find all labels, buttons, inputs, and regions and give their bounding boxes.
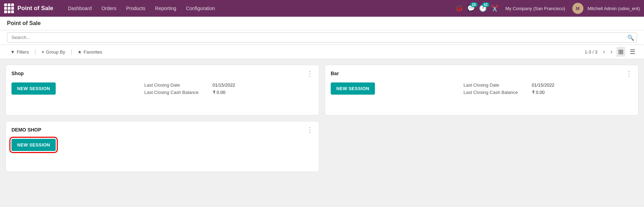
shop-card-title: Shop	[11, 71, 24, 76]
messages-badge: 26	[470, 2, 478, 7]
bar-value-2: ₹ 0.00	[532, 90, 555, 95]
shop-card-header: Shop ⋮	[11, 70, 313, 77]
kanban-view-button[interactable]: ⊞	[616, 47, 625, 57]
user-name: Mitchell Admin (odoo_ent)	[588, 6, 640, 11]
search-icon[interactable]: 🔍	[627, 34, 634, 41]
bar-card-info: Last Closing Date Last Closing Cash Bala…	[385, 82, 633, 95]
nav-orders[interactable]: Orders	[97, 3, 120, 13]
favorites-star-icon: ★	[78, 49, 82, 55]
company-name[interactable]: My Company (San Francisco)	[505, 6, 565, 11]
search-bar-row: 🔍	[0, 30, 644, 45]
search-input[interactable]	[7, 32, 637, 42]
bar-card-header: Bar ⋮	[331, 70, 633, 77]
filter-right: 1-3 / 3 ‹ › ⊞ ☰	[584, 47, 637, 57]
filter-row: ▼ Filters | ≡ Group By | ★ Favorites 1-3…	[0, 45, 644, 59]
shop-card-body: NEW SESSION Last Closing Date Last Closi…	[11, 82, 313, 110]
apps-grid-icon[interactable]	[4, 3, 14, 13]
shop-value-2: ₹ 0.00	[213, 90, 235, 95]
favorites-label: Favorites	[84, 49, 102, 55]
nav-menu: Dashboard Orders Products Reporting Conf…	[64, 3, 455, 13]
main-content: Shop ⋮ NEW SESSION Last Closing Date Las…	[0, 59, 644, 177]
filter-separator-2: |	[71, 49, 72, 55]
shop-card-info: Last Closing Date Last Closing Cash Bala…	[66, 82, 313, 95]
filter-left: ▼ Filters | ≡ Group By | ★ Favorites	[7, 48, 106, 56]
clock-badge: 42	[482, 2, 489, 7]
clock-icon[interactable]: 🕐 42	[479, 5, 487, 12]
shop-info-values: 01/15/2022 ₹ 0.00	[213, 82, 235, 95]
shop-card-menu[interactable]: ⋮	[306, 70, 313, 77]
filters-label: Filters	[17, 49, 29, 55]
bar-label-2: Last Closing Cash Balance	[463, 90, 518, 95]
bar-card-menu[interactable]: ⋮	[626, 70, 633, 77]
page-header: Point of Sale	[0, 17, 644, 30]
shop-card: Shop ⋮ NEW SESSION Last Closing Date Las…	[6, 65, 319, 116]
next-page-button[interactable]: ›	[609, 48, 614, 56]
shop-value-1: 01/15/2022	[213, 82, 235, 88]
groupby-button[interactable]: ≡ Group By	[38, 48, 69, 56]
demo-shop-card-body: NEW SESSION	[11, 139, 313, 167]
bar-info-labels: Last Closing Date Last Closing Cash Bala…	[463, 82, 518, 95]
nav-reporting[interactable]: Reporting	[151, 3, 181, 13]
demo-shop-card: DEMO SHOP ⋮ NEW SESSION	[6, 121, 319, 172]
demo-shop-card-title: DEMO SHOP	[11, 127, 41, 133]
shop-label-1: Last Closing Date	[144, 82, 198, 88]
user-avatar[interactable]: M	[572, 3, 583, 14]
bar-new-session-button[interactable]: NEW SESSION	[331, 82, 375, 95]
right-column: Bar ⋮ NEW SESSION Last Closing Date Last…	[325, 65, 638, 116]
nav-dashboard[interactable]: Dashboard	[64, 3, 96, 13]
demo-shop-card-menu[interactable]: ⋮	[306, 126, 313, 133]
nav-configuration[interactable]: Configuration	[182, 3, 219, 13]
filter-separator-1: |	[34, 49, 36, 55]
shop-label-2: Last Closing Cash Balance	[144, 90, 198, 95]
groupby-icon: ≡	[41, 49, 44, 55]
debug-icon[interactable]: 🐞	[455, 5, 463, 12]
shop-new-session-button[interactable]: NEW SESSION	[11, 82, 56, 95]
filters-button[interactable]: ▼ Filters	[7, 48, 32, 56]
top-navigation: Point of Sale Dashboard Orders Products …	[0, 0, 644, 17]
bar-value-1: 01/15/2022	[532, 82, 555, 88]
bar-label-1: Last Closing Date	[463, 82, 518, 88]
bar-info-values: 01/15/2022 ₹ 0.00	[532, 82, 555, 95]
shop-info-labels: Last Closing Date Last Closing Cash Bala…	[144, 82, 198, 95]
page-title: Point of Sale	[7, 20, 41, 26]
app-title[interactable]: Point of Sale	[17, 5, 53, 12]
nav-products[interactable]: Products	[122, 3, 149, 13]
bar-card: Bar ⋮ NEW SESSION Last Closing Date Last…	[325, 65, 638, 116]
settings-icon[interactable]: ✂️	[491, 5, 498, 12]
pagination-info: 1-3 / 3	[584, 49, 597, 55]
list-view-button[interactable]: ☰	[628, 47, 637, 57]
groupby-label: Group By	[46, 49, 65, 55]
messages-icon[interactable]: 💬 26	[467, 5, 475, 12]
filter-funnel-icon: ▼	[10, 49, 15, 55]
prev-page-button[interactable]: ‹	[602, 48, 606, 56]
demo-shop-card-header: DEMO SHOP ⋮	[11, 126, 313, 133]
bar-card-title: Bar	[331, 71, 339, 76]
search-wrapper: 🔍	[7, 32, 637, 42]
left-column: Shop ⋮ NEW SESSION Last Closing Date Las…	[6, 65, 319, 172]
demo-shop-new-session-button[interactable]: NEW SESSION	[11, 139, 56, 151]
favorites-button[interactable]: ★ Favorites	[74, 48, 105, 56]
bar-card-body: NEW SESSION Last Closing Date Last Closi…	[331, 82, 633, 110]
topnav-right: 🐞 💬 26 🕐 42 ✂️ My Company (San Francisco…	[455, 3, 640, 14]
